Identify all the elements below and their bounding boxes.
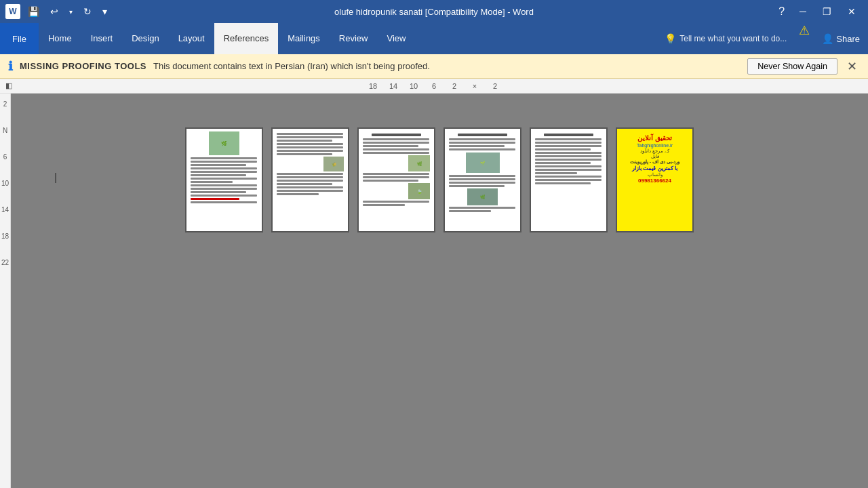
tab-file[interactable]: File [0,23,39,54]
share-button[interactable]: 👤 Share [814,23,868,54]
title-bar-left: W 💾 ↩ ▾ ↻ ▾ [5,4,111,19]
tab-view[interactable]: View [377,23,415,54]
warning-icon: ⚠ [795,23,814,54]
notification-bar: ℹ MISSING PROOFING TOOLS This document c… [0,54,868,79]
page-thumbnail-6[interactable]: تحقیق آنلاین Tahghighonline.ir کے مرجع د… [616,127,694,232]
ribbon: File Home Insert Design Layout Reference… [0,23,868,54]
ruler-numbers: 18 14 10 6 2 × 2 [368,82,500,90]
tab-design[interactable]: Design [122,23,168,54]
pages-container: 🌿 [185,127,694,232]
ruler-left-marker: ◧ [5,81,12,90]
title-bar-controls: ? ─ ❐ ✕ [773,3,863,20]
minimize-button[interactable]: ─ [793,3,813,20]
tab-layout[interactable]: Layout [169,23,214,54]
restore-button[interactable]: ❐ [816,3,838,20]
tell-me-field[interactable]: 💡 Tell me what you want to do... [656,23,795,54]
notification-close-button[interactable]: ✕ [844,59,860,74]
redo-button[interactable]: ↻ [80,4,95,19]
page-thumbnail-4[interactable]: 🌱 🌿 [443,127,521,232]
undo-button[interactable]: ↩ [47,4,62,19]
tab-mailings[interactable]: Mailings [278,23,330,54]
document-canvas: 🌿 [11,94,868,488]
window-title: olufe hidropunik sanati [Compatibility M… [334,7,534,17]
mouse-cursor: | [54,171,57,184]
main-area: 2 N 6 10 14 18 22 🌿 [0,94,868,488]
page-thumbnail-1[interactable]: 🌿 [185,127,263,232]
horizontal-ruler: ◧ 18 14 10 6 2 × 2 [0,79,868,94]
tab-review[interactable]: Review [330,23,378,54]
word-icon: W [5,4,20,19]
close-button[interactable]: ✕ [841,3,863,20]
tab-insert[interactable]: Insert [81,23,123,54]
page-thumbnail-2[interactable]: 🌾 [271,127,349,232]
title-bar: W 💾 ↩ ▾ ↻ ▾ olufe hidropunik sanati [Com… [0,0,868,23]
save-icon[interactable]: 💾 [24,4,43,19]
help-icon[interactable]: ? [773,3,790,20]
tab-references[interactable]: References [214,23,278,54]
page-thumbnail-3[interactable]: 🌿 🍃 [357,127,435,232]
never-show-again-button[interactable]: Never Show Again [747,58,837,75]
page-thumbnail-5[interactable] [530,127,608,232]
vertical-ruler: 2 N 6 10 14 18 22 [0,94,11,488]
notification-title: MISSING PROOFING TOOLS [20,61,146,71]
info-icon: ℹ [8,59,13,74]
undo-dropdown[interactable]: ▾ [66,6,76,18]
notification-message: This document contains text in Persian (… [153,61,430,71]
customize-qat[interactable]: ▾ [99,4,111,19]
tab-home[interactable]: Home [39,23,81,54]
